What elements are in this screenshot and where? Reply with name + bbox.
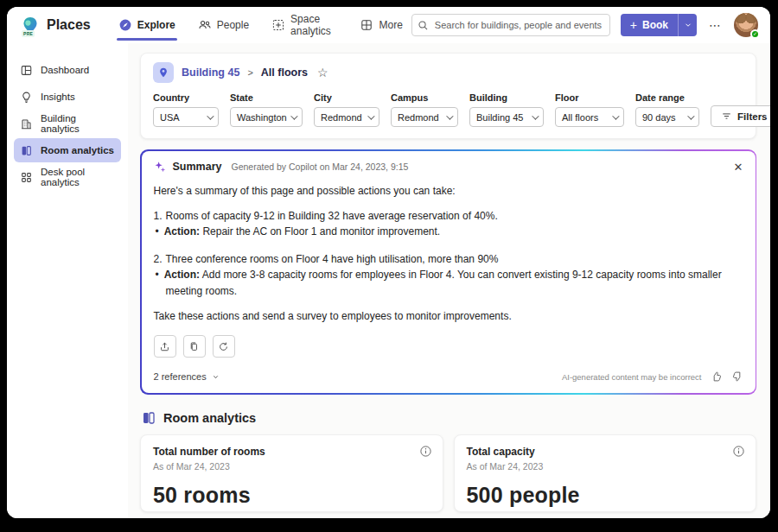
sidebar-item-building-analytics[interactable]: Building analytics (14, 111, 121, 136)
app-logo[interactable]: PRE Places (21, 16, 91, 35)
sidebar-item-desk-pool-analytics[interactable]: Desk pool analytics (14, 165, 121, 189)
building-dropdown[interactable]: Building 45 (469, 107, 544, 127)
thumbs-up-icon[interactable] (711, 370, 723, 383)
filter-campus: Campus Redmond (391, 92, 458, 127)
chevron-down-icon (367, 112, 374, 119)
dropdown-value: Building 45 (476, 112, 523, 123)
chevron-down-icon (532, 112, 539, 119)
total-capacity-value: 500 people (467, 483, 744, 508)
tab-label: Explore (137, 19, 175, 31)
breadcrumb-floors[interactable]: All floors (261, 66, 308, 79)
filters-button[interactable]: Filters (711, 105, 770, 127)
summary-action: •Action: Repair the AC on Floor 1 and mo… (154, 224, 743, 240)
dropdown-value: Washington (237, 112, 287, 123)
sidebar-item-room-analytics[interactable]: Room analytics (14, 138, 121, 162)
breadcrumb-separator: > (247, 67, 252, 78)
list-number: 2. (154, 253, 166, 265)
copy-icon (188, 341, 200, 352)
breadcrumb: Building 45 > All floors ☆ (153, 62, 743, 83)
info-icon[interactable] (732, 445, 745, 458)
share-icon (159, 341, 170, 352)
copy-button[interactable] (183, 335, 206, 358)
close-icon[interactable]: ✕ (734, 162, 743, 173)
overflow-menu-button[interactable]: ⋯ (707, 18, 724, 32)
state-dropdown[interactable]: Washington (230, 107, 303, 127)
dropdown-value: 90 days (642, 112, 676, 123)
sidebar-item-dashboard[interactable]: Dashboard (14, 58, 121, 82)
book-button[interactable]: + Book (621, 14, 678, 36)
sidebar-item-insights[interactable]: Insights (14, 85, 121, 109)
references-label: 2 references (154, 371, 207, 382)
filter-label: Floor (555, 92, 624, 103)
summary-title: Summary (173, 161, 222, 173)
chevron-down-icon (446, 112, 453, 119)
regenerate-button[interactable] (213, 335, 235, 358)
top-nav-tabs: Explore People Space analytics More (110, 7, 411, 43)
summary-item-2: 2.Three conference rooms on Floor 4 have… (154, 251, 743, 300)
favorite-star-icon[interactable]: ☆ (317, 66, 328, 79)
country-dropdown[interactable]: USA (153, 107, 219, 127)
search-box (411, 14, 610, 36)
plus-icon: + (630, 18, 637, 32)
tab-more[interactable]: More (351, 7, 411, 43)
card-title: Total capacity (467, 446, 744, 458)
summary-item-1: 1.Rooms of capacity 9-12 in Building 32 … (154, 208, 743, 240)
thumbs-down-icon[interactable] (731, 370, 743, 383)
filter-country: Country USA (153, 92, 219, 127)
search-input[interactable] (411, 14, 610, 36)
references-toggle[interactable]: 2 references (154, 371, 220, 382)
total-capacity-card: Total capacity As of Mar 24, 2023 500 pe… (454, 434, 757, 512)
action-label: Action: (164, 225, 200, 238)
space-analytics-icon (271, 18, 285, 32)
dropdown-value: Redmond (398, 112, 439, 123)
tab-explore[interactable]: Explore (110, 7, 184, 43)
summary-footer-right: AI-generated content may be incorrect (562, 370, 743, 383)
refresh-icon (218, 341, 229, 352)
room-analytics-icon (20, 144, 33, 157)
tab-label: People (217, 19, 249, 31)
copilot-sparkle-icon (154, 161, 167, 174)
preview-badge: PRE (22, 30, 35, 37)
grid-icon (360, 18, 373, 32)
bullet: • (156, 225, 164, 238)
action-text: Repair the AC on Floor 1 and monitor imp… (202, 225, 440, 238)
share-button[interactable] (154, 335, 176, 358)
breadcrumb-building[interactable]: Building 45 (182, 66, 239, 79)
app-body: Dashboard Insights Building analytics Ro… (7, 43, 770, 518)
chevron-down-icon (687, 112, 694, 119)
app-window: PRE Places Explore People (7, 7, 770, 518)
summary-footer: 2 references AI-generated content may be… (154, 370, 743, 383)
summary-action: •Action: Add more 3-8 capacity rooms for… (154, 267, 743, 299)
summary-card: Summary Generated by Copilot on Mar 24, … (142, 151, 756, 394)
sidebar-item-label: Desk pool analytics (41, 167, 115, 187)
chevron-down-icon (290, 112, 297, 119)
compass-icon (118, 18, 132, 32)
building-icon (20, 117, 33, 130)
action-text: Add more 3-8 capacity rooms for employee… (166, 269, 722, 297)
filter-label: Date range (635, 92, 699, 103)
tab-people[interactable]: People (189, 7, 258, 43)
summary-card-border: Summary Generated by Copilot on Mar 24, … (140, 149, 756, 395)
summary-header: Summary Generated by Copilot on Mar 24, … (154, 161, 743, 174)
places-logo-icon: PRE (21, 16, 40, 35)
active-tab-underline (117, 38, 177, 41)
avatar[interactable]: ✓ (734, 13, 758, 37)
action-label: Action: (164, 269, 200, 281)
filter-date-range: Date range 90 days (635, 92, 699, 127)
filter-label: Campus (391, 92, 458, 103)
floor-dropdown[interactable]: All floors (555, 107, 624, 127)
tab-space-analytics[interactable]: Space analytics (263, 7, 346, 43)
summary-generated-by: Generated by Copilot on Mar 24, 2023, 9:… (231, 162, 408, 172)
chevron-down-icon (212, 373, 220, 381)
people-icon (198, 18, 212, 32)
book-dropdown-button[interactable] (678, 14, 697, 36)
ai-disclaimer: AI-generated content may be incorrect (562, 372, 702, 382)
sidebar-item-label: Room analytics (41, 145, 114, 155)
city-dropdown[interactable]: Redmond (314, 107, 379, 127)
campus-dropdown[interactable]: Redmond (391, 107, 458, 127)
summary-finding: 2.Three conference rooms on Floor 4 have… (154, 251, 743, 268)
finding-text: Rooms of capacity 9-12 in Building 32 ha… (166, 210, 498, 222)
date-range-dropdown[interactable]: 90 days (635, 107, 699, 127)
info-icon[interactable] (419, 445, 432, 458)
summary-outro: Take these actions and send a survey to … (154, 310, 743, 322)
